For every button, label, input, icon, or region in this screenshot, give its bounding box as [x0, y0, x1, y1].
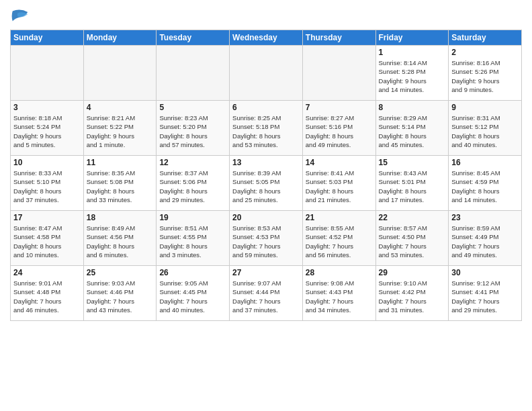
calendar-cell: 4Sunrise: 8:21 AMSunset: 5:22 PMDaylight… [83, 101, 157, 156]
day-number: 24 [13, 268, 81, 277]
calendar-table: SundayMondayTuesdayWednesdayThursdayFrid… [10, 30, 522, 321]
calendar-cell: 10Sunrise: 8:33 AMSunset: 5:10 PMDayligh… [11, 156, 84, 211]
day-number: 3 [13, 103, 81, 112]
day-info: Sunrise: 8:59 AMSunset: 4:49 PMDaylight:… [451, 224, 519, 259]
day-info: Sunrise: 9:03 AMSunset: 4:46 PMDaylight:… [87, 279, 154, 314]
calendar-cell: 3Sunrise: 8:18 AMSunset: 5:24 PMDaylight… [11, 101, 84, 156]
day-info: Sunrise: 9:05 AMSunset: 4:45 PMDaylight:… [159, 279, 226, 314]
day-info: Sunrise: 9:08 AMSunset: 4:43 PMDaylight:… [306, 279, 373, 314]
day-info: Sunrise: 8:31 AMSunset: 5:12 PMDaylight:… [451, 113, 519, 149]
calendar-cell: 20Sunrise: 8:53 AMSunset: 4:53 PMDayligh… [230, 211, 303, 266]
day-info: Sunrise: 8:51 AMSunset: 4:55 PMDaylight:… [159, 224, 226, 259]
day-info: Sunrise: 9:10 AMSunset: 4:42 PMDaylight:… [379, 279, 446, 314]
calendar-cell [230, 46, 303, 101]
calendar-week-4: 24Sunrise: 9:01 AMSunset: 4:48 PMDayligh… [11, 266, 522, 321]
day-number: 8 [379, 103, 446, 112]
calendar-cell: 17Sunrise: 8:47 AMSunset: 4:58 PMDayligh… [11, 211, 84, 266]
day-number: 10 [13, 158, 81, 167]
calendar-week-0: 1Sunrise: 8:14 AMSunset: 5:28 PMDaylight… [11, 46, 522, 101]
day-number: 1 [379, 48, 446, 57]
calendar-cell: 18Sunrise: 8:49 AMSunset: 4:56 PMDayligh… [83, 211, 157, 266]
calendar-cell: 28Sunrise: 9:08 AMSunset: 4:43 PMDayligh… [302, 266, 375, 321]
calendar-cell: 1Sunrise: 8:14 AMSunset: 5:28 PMDaylight… [375, 46, 449, 101]
day-number: 2 [451, 48, 519, 57]
calendar-cell: 2Sunrise: 8:16 AMSunset: 5:26 PMDaylight… [449, 46, 522, 101]
calendar-header-wednesday: Wednesday [230, 30, 303, 46]
calendar-cell: 14Sunrise: 8:41 AMSunset: 5:03 PMDayligh… [302, 156, 375, 211]
calendar-cell: 15Sunrise: 8:43 AMSunset: 5:01 PMDayligh… [375, 156, 449, 211]
calendar-week-3: 17Sunrise: 8:47 AMSunset: 4:58 PMDayligh… [11, 211, 522, 266]
day-number: 15 [379, 158, 446, 167]
calendar-cell: 27Sunrise: 9:07 AMSunset: 4:44 PMDayligh… [230, 266, 303, 321]
logo-icon [10, 7, 30, 26]
day-number: 12 [159, 158, 226, 167]
day-number: 29 [379, 268, 446, 277]
calendar-cell: 22Sunrise: 8:57 AMSunset: 4:50 PMDayligh… [375, 211, 449, 266]
calendar-cell: 30Sunrise: 9:12 AMSunset: 4:41 PMDayligh… [449, 266, 522, 321]
calendar-cell: 9Sunrise: 8:31 AMSunset: 5:12 PMDaylight… [449, 101, 522, 156]
day-number: 27 [232, 268, 300, 277]
day-info: Sunrise: 8:33 AMSunset: 5:10 PMDaylight:… [13, 169, 81, 204]
day-info: Sunrise: 8:18 AMSunset: 5:24 PMDaylight:… [13, 113, 81, 149]
day-info: Sunrise: 8:39 AMSunset: 5:05 PMDaylight:… [232, 169, 300, 204]
day-info: Sunrise: 8:41 AMSunset: 5:03 PMDaylight:… [306, 169, 373, 204]
calendar-header-sunday: Sunday [11, 30, 84, 46]
calendar-cell: 5Sunrise: 8:23 AMSunset: 5:20 PMDaylight… [157, 101, 230, 156]
calendar-header-friday: Friday [375, 30, 449, 46]
day-info: Sunrise: 8:21 AMSunset: 5:22 PMDaylight:… [87, 113, 154, 149]
calendar-cell [83, 46, 157, 101]
day-info: Sunrise: 8:29 AMSunset: 5:14 PMDaylight:… [379, 113, 446, 149]
day-info: Sunrise: 8:53 AMSunset: 4:53 PMDaylight:… [232, 224, 300, 259]
calendar-cell [157, 46, 230, 101]
calendar-header-monday: Monday [83, 30, 157, 46]
day-number: 17 [13, 213, 81, 222]
day-number: 13 [232, 158, 300, 167]
day-number: 11 [87, 158, 154, 167]
calendar-cell: 23Sunrise: 8:59 AMSunset: 4:49 PMDayligh… [449, 211, 522, 266]
calendar-cell: 7Sunrise: 8:27 AMSunset: 5:16 PMDaylight… [302, 101, 375, 156]
day-info: Sunrise: 8:49 AMSunset: 4:56 PMDaylight:… [87, 224, 154, 259]
day-number: 5 [159, 103, 226, 112]
calendar-header-tuesday: Tuesday [157, 30, 230, 46]
calendar-cell: 13Sunrise: 8:39 AMSunset: 5:05 PMDayligh… [230, 156, 303, 211]
calendar-week-2: 10Sunrise: 8:33 AMSunset: 5:10 PMDayligh… [11, 156, 522, 211]
calendar-cell: 11Sunrise: 8:35 AMSunset: 5:08 PMDayligh… [83, 156, 157, 211]
day-number: 30 [451, 268, 519, 277]
calendar-header-row: SundayMondayTuesdayWednesdayThursdayFrid… [11, 30, 522, 46]
day-number: 20 [232, 213, 300, 222]
calendar-cell [302, 46, 375, 101]
day-info: Sunrise: 9:12 AMSunset: 4:41 PMDaylight:… [451, 279, 519, 314]
logo [10, 7, 33, 26]
day-number: 18 [87, 213, 154, 222]
calendar-cell: 8Sunrise: 8:29 AMSunset: 5:14 PMDaylight… [375, 101, 449, 156]
day-number: 9 [451, 103, 519, 112]
header [10, 7, 522, 26]
calendar-cell: 12Sunrise: 8:37 AMSunset: 5:06 PMDayligh… [157, 156, 230, 211]
day-info: Sunrise: 8:37 AMSunset: 5:06 PMDaylight:… [159, 169, 226, 204]
calendar-week-1: 3Sunrise: 8:18 AMSunset: 5:24 PMDaylight… [11, 101, 522, 156]
day-number: 21 [306, 213, 373, 222]
calendar-cell: 24Sunrise: 9:01 AMSunset: 4:48 PMDayligh… [11, 266, 84, 321]
calendar-cell: 6Sunrise: 8:25 AMSunset: 5:18 PMDaylight… [230, 101, 303, 156]
day-number: 14 [306, 158, 373, 167]
day-number: 7 [306, 103, 373, 112]
day-info: Sunrise: 8:35 AMSunset: 5:08 PMDaylight:… [87, 169, 154, 204]
day-number: 26 [159, 268, 226, 277]
calendar-header-thursday: Thursday [302, 30, 375, 46]
day-info: Sunrise: 8:43 AMSunset: 5:01 PMDaylight:… [379, 169, 446, 204]
day-number: 25 [87, 268, 154, 277]
day-number: 16 [451, 158, 519, 167]
day-number: 4 [87, 103, 154, 112]
calendar-cell: 16Sunrise: 8:45 AMSunset: 4:59 PMDayligh… [449, 156, 522, 211]
calendar-cell: 29Sunrise: 9:10 AMSunset: 4:42 PMDayligh… [375, 266, 449, 321]
calendar-cell: 19Sunrise: 8:51 AMSunset: 4:55 PMDayligh… [157, 211, 230, 266]
day-info: Sunrise: 8:27 AMSunset: 5:16 PMDaylight:… [306, 113, 373, 149]
day-info: Sunrise: 8:14 AMSunset: 5:28 PMDaylight:… [379, 58, 446, 94]
day-number: 28 [306, 268, 373, 277]
calendar-cell [11, 46, 84, 101]
day-info: Sunrise: 8:55 AMSunset: 4:52 PMDaylight:… [306, 224, 373, 259]
day-info: Sunrise: 9:01 AMSunset: 4:48 PMDaylight:… [13, 279, 81, 314]
calendar-cell: 21Sunrise: 8:55 AMSunset: 4:52 PMDayligh… [302, 211, 375, 266]
day-info: Sunrise: 8:57 AMSunset: 4:50 PMDaylight:… [379, 224, 446, 259]
day-info: Sunrise: 9:07 AMSunset: 4:44 PMDaylight:… [232, 279, 300, 314]
